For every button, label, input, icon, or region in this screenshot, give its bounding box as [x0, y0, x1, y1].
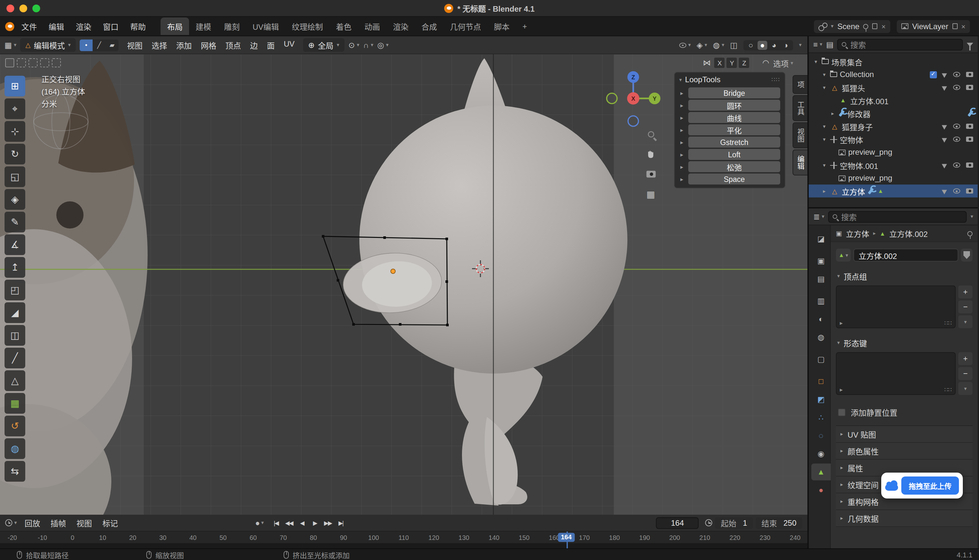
panel-color-attributes[interactable]: ▸颜色属性: [836, 443, 972, 460]
add-vertex-group-button[interactable]: +: [958, 285, 972, 298]
shape-keys-list[interactable]: ▸∷∷: [836, 352, 956, 395]
outliner-row-0[interactable]: ▾场景集合: [809, 55, 978, 68]
menubar-menu-edit[interactable]: 编辑: [43, 19, 70, 34]
list-resize-grip[interactable]: ∷∷: [944, 320, 952, 326]
workspace-tab-geometry-nodes[interactable]: 几何节点: [444, 17, 487, 35]
timeline-menu-keying[interactable]: 插帧: [45, 516, 71, 530]
list-filter-icon[interactable]: ▸: [840, 320, 843, 326]
face-select-button[interactable]: ▰: [105, 39, 118, 51]
axis-neg-y-ball[interactable]: [607, 93, 617, 103]
add-workspace-button[interactable]: +: [516, 18, 534, 34]
properties-tab-material[interactable]: ●: [811, 482, 831, 498]
blender-menu-icon[interactable]: [5, 22, 14, 31]
outliner-row-3[interactable]: ▲立方体.001: [809, 94, 978, 107]
viewport-menu-add[interactable]: 添加: [172, 38, 196, 52]
shape-key-specials-button[interactable]: ▾: [958, 382, 972, 395]
camera-toggle-icon[interactable]: [966, 162, 973, 168]
timeline-ruler[interactable]: -20-100102030405060708090100110120130140…: [0, 532, 807, 548]
camera-view-icon[interactable]: [644, 167, 658, 181]
properties-options-icon[interactable]: ▾: [971, 213, 973, 220]
play-backwards-button[interactable]: ◀: [296, 517, 308, 528]
maximize-window-button[interactable]: [32, 4, 40, 12]
minimize-window-button[interactable]: [19, 4, 27, 12]
cursor-toggle-icon[interactable]: [942, 84, 948, 91]
properties-tab-collection[interactable]: ▢: [811, 351, 831, 368]
new-viewlayer-icon[interactable]: [952, 23, 957, 29]
camera-toggle-icon[interactable]: [966, 72, 973, 77]
cursor-toggle-icon[interactable]: [942, 162, 948, 168]
workspace-tab-scripting[interactable]: 脚本: [487, 17, 516, 35]
panel-geometry-data[interactable]: ▸几何数据: [836, 510, 972, 527]
expand-icon[interactable]: ▸: [677, 114, 686, 121]
timeline-menu-marker[interactable]: 标记: [97, 516, 123, 530]
camera-toggle-icon[interactable]: [966, 137, 973, 142]
vertex-group-specials-button[interactable]: ▾: [958, 315, 972, 328]
looptools-space-button[interactable]: Space: [688, 173, 780, 185]
rest-position-checkbox[interactable]: [838, 408, 846, 416]
properties-tab-scene[interactable]: ◐: [811, 311, 831, 328]
workspace-tab-modeling[interactable]: 建模: [189, 17, 218, 35]
shading-wireframe-button[interactable]: ○: [746, 40, 756, 50]
scene-selector[interactable]: ▾ Scene ×: [814, 20, 890, 33]
axis-neg-z-ball[interactable]: [628, 116, 639, 126]
bevel-tool-button[interactable]: ◢: [5, 302, 25, 323]
editor-type-button[interactable]: ▦▾: [5, 40, 17, 50]
looptools-circle-button[interactable]: 圆环: [688, 100, 780, 111]
expand-icon[interactable]: ▸: [677, 127, 686, 133]
ortho-grid-icon[interactable]: ▦: [644, 187, 658, 201]
sidebar-tab-edit[interactable]: 编辑: [792, 150, 807, 175]
looptools-bridge-button[interactable]: Bridge: [688, 87, 780, 98]
frame-start-field[interactable]: 起始 1: [715, 517, 753, 528]
filter-icon[interactable]: [967, 42, 973, 46]
select-new-icon[interactable]: [5, 58, 14, 67]
viewport-menu-edge[interactable]: 边: [245, 38, 262, 52]
eye-toggle-icon[interactable]: [953, 72, 960, 77]
menubar-menu-window[interactable]: 窗口: [97, 19, 124, 34]
edge-select-button[interactable]: ╱: [93, 39, 105, 51]
properties-tab-render[interactable]: ▣: [811, 252, 831, 269]
xray-toggle-button[interactable]: ◫: [730, 40, 737, 50]
auto-key-button[interactable]: ●▾: [255, 518, 264, 527]
next-keyframe-button[interactable]: ▶▶: [322, 517, 334, 528]
proportional-edit-button[interactable]: ◎▾: [377, 40, 389, 50]
workspace-tab-compositing[interactable]: 合成: [415, 17, 444, 35]
viewport-menu-mesh[interactable]: 网格: [196, 38, 221, 52]
wrench-toggle-icon[interactable]: [967, 110, 973, 117]
properties-tab-physics[interactable]: ◌: [811, 427, 831, 444]
shading-dropdown-icon[interactable]: ▾: [799, 42, 802, 48]
properties-tab-world[interactable]: ◍: [811, 329, 831, 346]
cursor-toggle-icon[interactable]: [942, 123, 948, 130]
list-resize-grip[interactable]: ∷∷: [944, 387, 952, 393]
show-hide-button[interactable]: ▾: [679, 42, 691, 48]
properties-tab-object[interactable]: □: [811, 373, 831, 390]
menubar-menu-file[interactable]: 文件: [15, 19, 43, 34]
pivot-point-button[interactable]: ⊙▾: [349, 40, 359, 50]
current-frame-field[interactable]: 164: [656, 517, 699, 528]
upload-button[interactable]: 拖拽至此上传: [901, 477, 959, 495]
outliner-row-5[interactable]: ▾△狐狸身子: [809, 120, 978, 133]
vertex-groups-list[interactable]: ▸∷∷: [836, 285, 956, 328]
viewport-menu-vertex[interactable]: 顶点: [221, 38, 245, 52]
properties-search-field[interactable]: 搜索: [828, 211, 967, 222]
cursor-toggle-icon[interactable]: [942, 188, 948, 195]
timeline-menu-view[interactable]: 视图: [71, 516, 97, 530]
checkbox-toggle-icon[interactable]: [930, 71, 937, 78]
pin-id-icon[interactable]: [967, 231, 972, 236]
select-invert-icon[interactable]: [40, 58, 49, 67]
outliner-row-8[interactable]: ▾空物体.001: [809, 158, 978, 172]
jump-to-start-button[interactable]: |◀: [270, 517, 282, 528]
outliner-row-2[interactable]: ▾△狐狸头: [809, 81, 978, 94]
viewport-3d[interactable]: ⋈ XYZ ◠ 选项▾ ⊞⌖⊹↻◱◈✎∡↥◰◢◫╱△▦↺◍⇆ 正交右视图 (16…: [0, 54, 807, 515]
knife-tool-button[interactable]: ╱: [5, 348, 25, 368]
spin-tool-button[interactable]: ↺: [5, 416, 25, 437]
snap-button[interactable]: ∩▾: [363, 40, 373, 50]
expand-icon[interactable]: ▸: [677, 163, 686, 170]
expand-icon[interactable]: ▸: [677, 102, 686, 108]
viewport-menu-view[interactable]: 视图: [122, 38, 147, 52]
expander-icon[interactable]: ▸: [829, 110, 836, 116]
smooth-tool-button[interactable]: ◍: [5, 438, 25, 459]
add-cube-tool-button[interactable]: ▦: [5, 393, 25, 414]
camera-toggle-icon[interactable]: [966, 85, 973, 90]
workspace-tab-shading[interactable]: 着色: [330, 17, 358, 35]
properties-tab-particles[interactable]: ∴: [811, 409, 831, 426]
